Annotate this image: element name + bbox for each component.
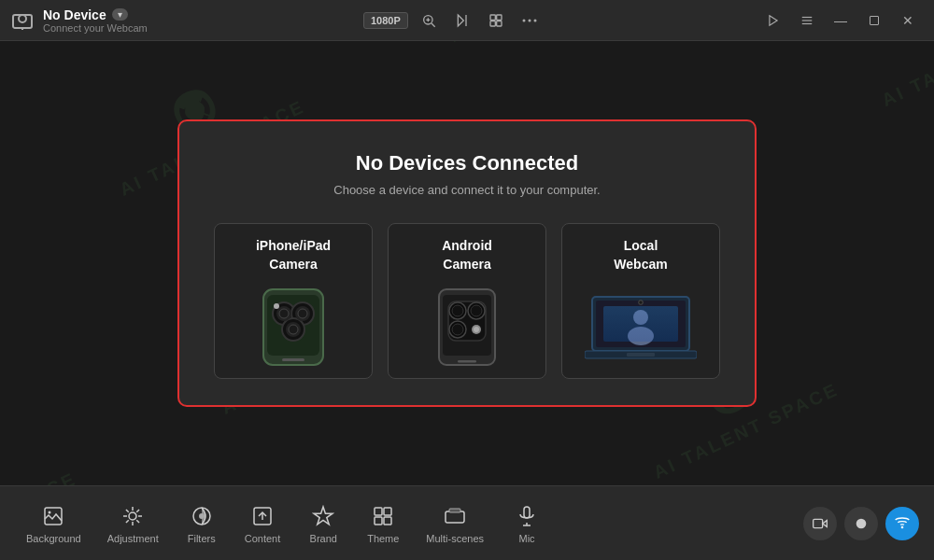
svg-rect-73 (375, 517, 382, 525)
main-area: AI TALENT SPACE AI TALENT SPACE AI TALEN… (0, 41, 934, 485)
svg-rect-77 (524, 507, 530, 518)
android-image (411, 285, 523, 369)
svg-point-33 (274, 303, 279, 309)
svg-point-14 (522, 19, 525, 21)
svg-rect-12 (490, 21, 495, 25)
svg-point-0 (19, 15, 26, 22)
svg-rect-76 (449, 509, 460, 512)
record-button[interactable] (844, 507, 878, 540)
svg-line-66 (126, 520, 129, 523)
maximize-button[interactable] (859, 7, 889, 34)
svg-point-59 (129, 512, 136, 520)
svg-point-15 (528, 19, 531, 21)
mic-icon (514, 503, 540, 529)
title-bar-right: — ✕ (758, 7, 923, 34)
toolbar-theme[interactable]: Theme (355, 496, 411, 552)
skip-button[interactable] (449, 9, 475, 32)
layout-button[interactable] (483, 9, 509, 32)
toolbar-adjustment[interactable]: Adjustment (96, 496, 170, 552)
adjustment-label: Adjustment (107, 533, 159, 544)
svg-point-41 (452, 305, 463, 316)
background-label: Background (26, 533, 81, 544)
mic-label: Mic (518, 533, 534, 544)
device-options: iPhone/iPadCamera (205, 223, 729, 379)
toolbar-multiscenes[interactable]: Multi-scenes (415, 496, 495, 552)
background-icon (40, 503, 66, 529)
theme-icon (370, 503, 396, 529)
svg-marker-8 (458, 15, 463, 26)
brand-label: Brand (310, 533, 337, 544)
toolbar-content[interactable]: Content (234, 496, 292, 552)
play-button[interactable] (758, 7, 788, 34)
svg-rect-72 (384, 508, 391, 515)
device-dropdown[interactable]: ▾ (112, 8, 128, 21)
no-devices-subtitle: Choose a device and connect it to your c… (333, 183, 600, 197)
toolbar-brand[interactable]: Brand (295, 496, 351, 552)
svg-rect-21 (870, 16, 879, 24)
svg-rect-54 (627, 353, 655, 357)
adjustment-icon (120, 503, 146, 529)
webcam-device-image (585, 285, 697, 369)
brand-icon (310, 503, 336, 529)
svg-point-45 (474, 327, 479, 332)
zoom-button[interactable] (416, 9, 442, 32)
close-button[interactable]: ✕ (893, 7, 923, 34)
device-name: No Device (43, 7, 106, 22)
svg-line-65 (136, 520, 139, 523)
toolbar-background[interactable]: Background (15, 496, 92, 552)
svg-point-16 (533, 19, 536, 21)
svg-point-32 (289, 325, 298, 334)
android-camera-label: AndroidCamera (442, 237, 492, 273)
iphone-image (237, 285, 349, 369)
device-info: No Device ▾ Connect your Webcam (43, 7, 148, 34)
toolbar-items-right (803, 507, 919, 540)
svg-rect-74 (384, 517, 391, 525)
multiscenes-label: Multi-scenes (426, 533, 484, 544)
filters-label: Filters (188, 533, 216, 544)
svg-line-67 (136, 509, 139, 511)
title-bar-center: 1080P (363, 9, 543, 32)
no-devices-title: No Devices Connected (356, 151, 578, 175)
iphone-camera-label: iPhone/iPadCamera (256, 237, 331, 273)
content-label: Content (245, 533, 281, 544)
svg-rect-34 (282, 358, 304, 361)
svg-rect-13 (496, 21, 501, 25)
multiscenes-icon (442, 503, 468, 529)
minimize-button[interactable]: — (826, 7, 856, 34)
device-name-row: No Device ▾ (43, 7, 148, 22)
svg-point-43 (452, 324, 463, 335)
svg-rect-52 (603, 306, 678, 342)
svg-marker-17 (770, 15, 777, 25)
svg-point-56 (640, 301, 643, 304)
svg-point-30 (279, 309, 289, 318)
resolution-badge[interactable]: 1080P (363, 12, 408, 29)
toolbar-filters[interactable]: Filters (174, 496, 230, 552)
svg-point-81 (856, 518, 867, 528)
content-icon (249, 503, 276, 529)
svg-rect-80 (814, 519, 823, 527)
svg-line-5 (432, 23, 435, 27)
webcam-icon (11, 9, 34, 32)
toolbar-mic[interactable]: Mic (499, 496, 555, 552)
title-bar: No Device ▾ Connect your Webcam 1080P (0, 0, 934, 41)
device-option-iphone[interactable]: iPhone/iPadCamera (214, 223, 373, 379)
svg-point-31 (298, 309, 307, 318)
local-webcam-label: LocalWebcam (614, 237, 667, 273)
toolbar-items-left: Background Adjustment (15, 496, 803, 552)
svg-point-82 (901, 525, 904, 528)
device-option-webcam[interactable]: LocalWebcam (561, 223, 720, 379)
device-option-android[interactable]: AndroidCamera (388, 223, 546, 379)
stream-button[interactable] (885, 507, 919, 540)
title-bar-left: No Device ▾ Connect your Webcam (11, 7, 148, 34)
svg-point-42 (471, 305, 482, 316)
theme-label: Theme (367, 533, 399, 544)
more-button[interactable] (517, 15, 543, 26)
svg-rect-10 (490, 15, 495, 20)
menu-button[interactable] (792, 7, 822, 34)
svg-rect-46 (458, 360, 476, 363)
svg-rect-75 (446, 511, 464, 523)
svg-rect-71 (375, 508, 382, 515)
device-subtitle: Connect your Webcam (43, 22, 148, 34)
svg-line-64 (126, 509, 129, 511)
camera-button[interactable] (803, 507, 837, 540)
